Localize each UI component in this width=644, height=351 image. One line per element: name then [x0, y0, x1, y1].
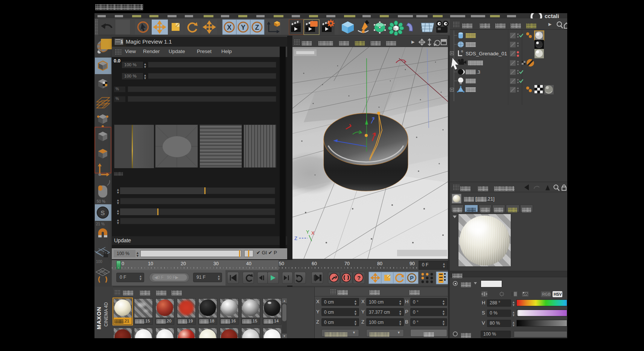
svg-text:X: X	[227, 24, 231, 31]
svg-text:Z: Z	[294, 236, 297, 241]
svg-text:?: ?	[357, 275, 361, 281]
svg-text:P: P	[410, 275, 414, 281]
svg-text:Y: Y	[306, 229, 309, 235]
svg-text:SDS_Grenade_01: SDS_Grenade_01	[466, 51, 507, 56]
svg-text:o: o	[461, 49, 463, 53]
svg-text:cctali: cctali	[545, 13, 559, 18]
svg-text:Z: Z	[255, 24, 259, 31]
svg-text:RGB: RGB	[542, 292, 551, 296]
svg-text:Y: Y	[241, 24, 245, 31]
svg-text:.3: .3	[477, 70, 480, 75]
svg-text:X: X	[311, 230, 315, 236]
svg-text:HSV: HSV	[554, 292, 562, 296]
